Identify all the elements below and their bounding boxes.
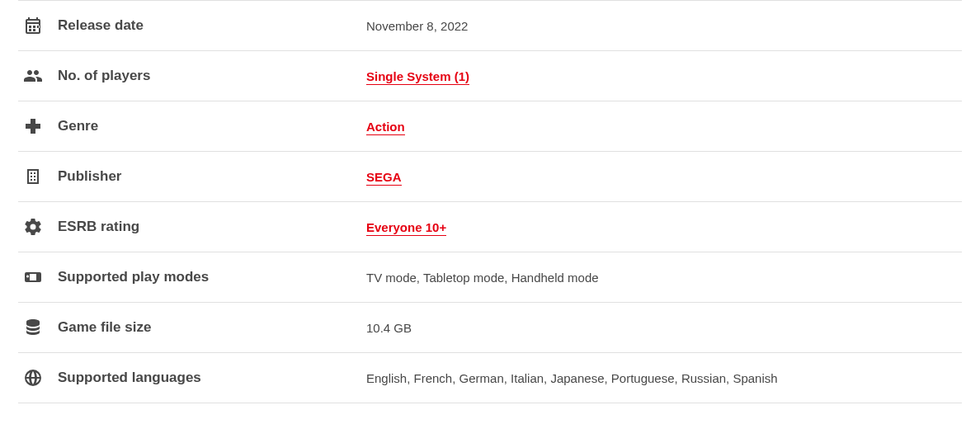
players-value: Single System (1): [366, 69, 469, 83]
calendar-icon: [18, 16, 58, 35]
genre-label: Genre: [58, 118, 366, 134]
row-file-size: Game file size 10.4 GB: [18, 303, 962, 353]
row-esrb: ESRB rating Everyone 10+: [18, 202, 962, 252]
players-label: No. of players: [58, 68, 366, 84]
gear-icon: [18, 217, 58, 237]
players-link[interactable]: Single System (1): [366, 69, 469, 85]
row-players: No. of players Single System (1): [18, 51, 962, 101]
release-date-label: Release date: [58, 17, 366, 34]
publisher-link[interactable]: SEGA: [366, 170, 402, 186]
switch-icon: [18, 267, 58, 287]
file-size-value: 10.4 GB: [366, 321, 412, 335]
globe-icon: [18, 368, 58, 388]
publisher-label: Publisher: [58, 168, 366, 185]
publisher-value: SEGA: [366, 170, 402, 184]
genre-link[interactable]: Action: [366, 120, 405, 135]
esrb-label: ESRB rating: [58, 219, 366, 235]
row-languages: Supported languages English, French, Ger…: [18, 353, 962, 403]
esrb-link[interactable]: Everyone 10+: [366, 220, 446, 236]
file-size-label: Game file size: [58, 319, 366, 336]
row-play-modes: Supported play modes TV mode, Tabletop m…: [18, 252, 962, 303]
play-modes-value: TV mode, Tabletop mode, Handheld mode: [366, 271, 599, 285]
esrb-value: Everyone 10+: [366, 220, 446, 234]
genre-value: Action: [366, 120, 405, 134]
languages-value: English, French, German, Italian, Japane…: [366, 371, 778, 385]
row-release-date: Release date November 8, 2022: [18, 0, 962, 51]
players-icon: [18, 66, 58, 86]
row-publisher: Publisher SEGA: [18, 152, 962, 202]
release-date-value: November 8, 2022: [366, 19, 468, 33]
row-genre: Genre Action: [18, 101, 962, 152]
play-modes-label: Supported play modes: [58, 269, 366, 285]
dpad-icon: [18, 116, 58, 136]
languages-label: Supported languages: [58, 370, 366, 386]
game-details-list: Release date November 8, 2022 No. of pla…: [18, 0, 962, 403]
building-icon: [18, 167, 58, 186]
storage-icon: [18, 318, 58, 337]
